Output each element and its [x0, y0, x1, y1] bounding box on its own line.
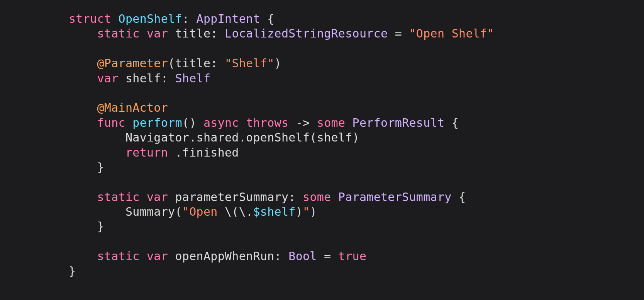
- type-lsr: LocalizedStringResource: [225, 27, 388, 40]
- lbrace: {: [452, 116, 459, 130]
- type-appintent: AppIntent: [197, 12, 260, 26]
- kw-true: true: [338, 249, 366, 263]
- kw-func: func: [97, 116, 125, 130]
- rbrace: }: [69, 264, 76, 278]
- kw-var: var: [147, 190, 168, 204]
- kw-var: var: [147, 27, 168, 40]
- kw-some: some: [317, 116, 345, 130]
- lparen: (: [182, 116, 189, 130]
- kw-async: async: [203, 116, 239, 130]
- string-open-shelf: "Open Shelf": [409, 27, 494, 40]
- dot: .: [175, 146, 182, 159]
- interp-keypath: \.: [239, 205, 253, 218]
- lparen: (: [168, 56, 175, 70]
- id-shelf: shelf: [125, 72, 161, 85]
- type-performresult: PerformResult: [353, 116, 445, 130]
- id-title: title: [175, 27, 210, 40]
- colon: :: [182, 12, 189, 26]
- rparen: ): [189, 116, 196, 130]
- type-shelf: Shelf: [175, 72, 210, 85]
- colon: :: [210, 27, 217, 40]
- colon: :: [210, 56, 217, 70]
- kw-some: some: [303, 190, 331, 204]
- code-block: struct OpenShelf: AppIntent { static var…: [0, 0, 644, 279]
- fn-summary: Summary: [125, 205, 175, 218]
- interp-open: \(: [225, 205, 239, 218]
- interp-ref-shelf: $shelf: [253, 205, 295, 218]
- eq: =: [324, 249, 331, 263]
- lparen: (: [175, 205, 182, 218]
- colon: :: [161, 72, 168, 85]
- kw-struct: struct: [69, 12, 111, 26]
- lbrace: {: [267, 12, 274, 26]
- kw-static: static: [97, 27, 139, 40]
- lbrace: {: [459, 190, 466, 204]
- rparen: ): [275, 56, 281, 70]
- string-open-suffix: ": [303, 205, 310, 218]
- eq: =: [395, 27, 402, 40]
- dot: .: [239, 131, 246, 144]
- kw-static: static: [97, 190, 139, 204]
- dot: .: [189, 131, 196, 144]
- fn-perform: perform: [132, 116, 182, 130]
- string-open-prefix: "Open: [182, 205, 225, 218]
- kw-throws: throws: [246, 116, 288, 130]
- rbrace: }: [97, 220, 104, 233]
- arg-shelf: shelf: [317, 131, 353, 144]
- attr-parameter: @Parameter: [97, 56, 168, 70]
- kw-var: var: [147, 249, 168, 263]
- type-parametersummary: ParameterSummary: [338, 190, 452, 204]
- kw-var: var: [97, 72, 118, 85]
- arg-title: title: [175, 56, 210, 70]
- type-bool: Bool: [288, 249, 317, 263]
- fn-openshelf: openShelf: [246, 131, 310, 144]
- string-shelf: "Shelf": [225, 56, 275, 70]
- arrow: ->: [296, 116, 310, 130]
- kw-static: static: [97, 249, 139, 263]
- id-navigator: Navigator: [125, 131, 189, 144]
- kw-return: return: [125, 146, 168, 159]
- id-finished: finished: [182, 146, 239, 159]
- rparen: ): [353, 131, 359, 144]
- lparen: (: [310, 131, 317, 144]
- colon: :: [275, 249, 281, 263]
- type-openshelf: OpenShelf: [119, 12, 182, 26]
- id-parametersummary: parameterSummary: [175, 190, 288, 204]
- id-openappwhenrun: openAppWhenRun: [175, 249, 274, 263]
- rbrace: }: [97, 160, 104, 174]
- id-shared: shared: [197, 131, 239, 144]
- rparen: ): [310, 205, 317, 218]
- interp-close: ): [296, 205, 303, 218]
- colon: :: [288, 190, 295, 204]
- attr-mainactor: @MainActor: [97, 101, 168, 114]
